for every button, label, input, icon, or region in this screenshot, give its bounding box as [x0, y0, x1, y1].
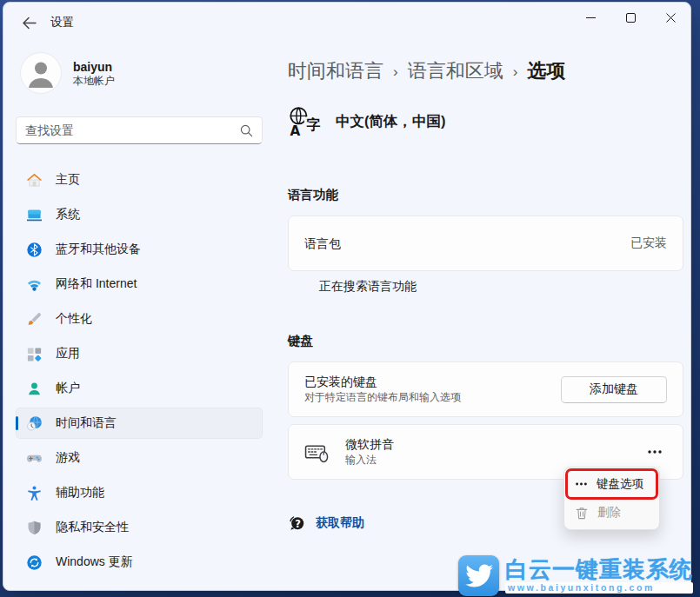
- watermark-title: 白云一键重装系统: [505, 558, 693, 580]
- sidebar-item-apps[interactable]: 应用: [16, 338, 263, 369]
- sidebar-item-label: 隐私和安全性: [56, 520, 129, 535]
- sidebar-item-personalization[interactable]: 个性化: [16, 303, 263, 335]
- searching-status: 正在搜索语言功能: [319, 279, 690, 295]
- back-arrow-icon: [22, 17, 37, 30]
- sidebar-item-label: 帐户: [56, 381, 80, 396]
- maximize-button[interactable]: [610, 3, 650, 32]
- ime-subtitle: 输入法: [345, 453, 394, 468]
- sidebar-item-privacy[interactable]: 隐私和安全性: [16, 512, 263, 543]
- windows-update-icon: [26, 554, 43, 571]
- avatar: [21, 53, 61, 93]
- ellipsis-icon: [576, 482, 587, 486]
- help-icon: ?: [288, 514, 305, 532]
- maximize-icon: [626, 13, 636, 23]
- sidebar-item-label: 蓝牙和其他设备: [56, 242, 141, 257]
- search-input[interactable]: [25, 123, 240, 137]
- back-button[interactable]: [14, 10, 43, 36]
- menu-item-keyboard-options[interactable]: 键盘选项: [568, 471, 656, 497]
- breadcrumb-separator: ›: [393, 62, 398, 81]
- get-help-link[interactable]: 获取帮助: [316, 515, 364, 531]
- sidebar-item-home[interactable]: 主页: [16, 164, 263, 196]
- search-box[interactable]: [16, 116, 263, 144]
- language-name: 中文(简体，中国): [336, 112, 446, 131]
- language-pack-label: 语言包: [304, 235, 341, 252]
- sidebar-item-label: 应用: [56, 346, 80, 362]
- sidebar-item-label: 个性化: [56, 311, 92, 327]
- sidebar-item-time-language[interactable]: 时间和语言: [16, 408, 263, 439]
- breadcrumb-time-language[interactable]: 时间和语言: [288, 58, 383, 84]
- close-icon: [666, 13, 676, 23]
- section-keyboard: 键盘: [288, 333, 690, 349]
- menu-item-label: 键盘选项: [597, 476, 643, 492]
- svg-text:?: ?: [295, 518, 301, 530]
- time-language-icon: [26, 415, 43, 432]
- window-controls: [570, 3, 690, 32]
- installed-keyboards-subtitle: 对于特定语言的键布局和输入选项: [304, 390, 461, 405]
- sidebar-item-bluetooth[interactable]: 蓝牙和其他设备: [16, 234, 263, 265]
- trash-icon: [576, 507, 588, 520]
- watermark-url: www.baiyunxitong.com: [505, 582, 693, 594]
- language-header: 字 A 中文(简体，中国): [288, 105, 690, 138]
- apps-icon: [26, 346, 43, 362]
- watermark: 白云一键重装系统 www.baiyunxitong.com: [458, 555, 693, 596]
- selected-indicator: [16, 416, 18, 430]
- home-icon: [26, 172, 43, 189]
- translate-icon: 字 A: [288, 105, 321, 138]
- ime-title: 微软拼音: [345, 436, 394, 453]
- sidebar-item-gaming[interactable]: 游戏: [16, 442, 263, 474]
- breadcrumb-separator: ›: [513, 62, 518, 81]
- sidebar-item-label: 时间和语言: [56, 415, 117, 431]
- accounts-icon: [26, 381, 43, 397]
- search-icon: [240, 124, 253, 137]
- system-icon: [26, 207, 43, 223]
- bird-logo-icon: [458, 555, 499, 596]
- close-button[interactable]: [650, 3, 690, 32]
- ellipsis-icon: [648, 450, 662, 454]
- bluetooth-icon: [26, 242, 43, 258]
- breadcrumb-options: 选项: [527, 58, 565, 84]
- network-icon: [26, 276, 43, 293]
- svg-text:A: A: [290, 123, 300, 138]
- breadcrumb: 时间和语言 › 语言和区域 › 选项: [288, 58, 690, 84]
- context-menu: 键盘选项 删除: [563, 467, 660, 530]
- sidebar-item-label: 游戏: [56, 450, 80, 466]
- menu-item-label: 删除: [597, 505, 621, 521]
- breadcrumb-language-region[interactable]: 语言和区域: [408, 58, 503, 84]
- sidebar-item-label: 系统: [56, 207, 80, 222]
- privacy-icon: [26, 520, 43, 536]
- add-keyboard-button[interactable]: 添加键盘: [561, 376, 667, 403]
- sidebar-item-label: 辅助功能: [56, 485, 104, 501]
- sidebar-item-network[interactable]: 网络和 Internet: [16, 269, 263, 300]
- sidebar: baiyun 本地帐户 主页: [3, 43, 275, 590]
- menu-item-delete[interactable]: 删除: [568, 500, 656, 526]
- keyboard-mouse-icon: [304, 440, 330, 465]
- window-title: 设置: [50, 15, 74, 30]
- gaming-icon: [26, 450, 43, 467]
- personalization-icon: [26, 311, 43, 328]
- sidebar-item-accounts[interactable]: 帐户: [16, 373, 263, 404]
- sidebar-item-label: 主页: [56, 172, 80, 188]
- language-pack-card: 语言包 已安装: [288, 216, 683, 271]
- sidebar-item-label: 网络和 Internet: [56, 276, 137, 292]
- svg-text:字: 字: [306, 116, 320, 133]
- installed-keyboards-title: 已安装的键盘: [304, 374, 461, 390]
- accessibility-icon: [26, 485, 43, 501]
- sidebar-item-accessibility[interactable]: 辅助功能: [16, 477, 263, 508]
- user-profile[interactable]: baiyun 本地帐户: [16, 53, 263, 93]
- language-pack-status: 已安装: [630, 235, 667, 251]
- account-type: 本地帐户: [73, 75, 115, 88]
- titlebar: 设置: [3, 3, 690, 43]
- sidebar-item-system[interactable]: 系统: [16, 199, 263, 230]
- sidebar-nav: 主页 系统 蓝牙和其他设备: [16, 164, 263, 578]
- minimize-button[interactable]: [570, 3, 610, 32]
- sidebar-item-label: Windows 更新: [56, 554, 133, 570]
- section-language-features: 语言功能: [288, 187, 690, 203]
- installed-keyboards-card: 已安装的键盘 对于特定语言的键布局和输入选项 添加键盘: [288, 362, 683, 417]
- sidebar-item-windows-update[interactable]: Windows 更新: [16, 547, 263, 578]
- minimize-icon: [586, 13, 596, 23]
- more-options-button[interactable]: [637, 440, 672, 464]
- user-name: baiyun: [73, 59, 115, 75]
